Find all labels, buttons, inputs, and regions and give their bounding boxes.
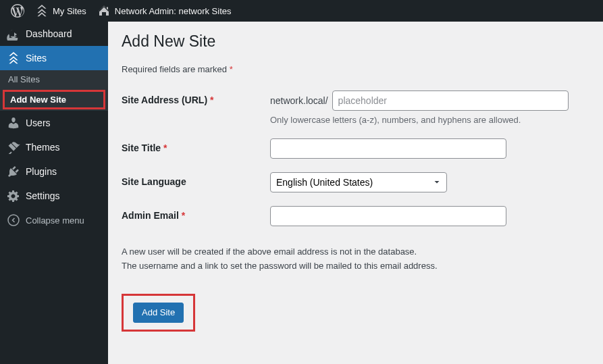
- admin-email-input[interactable]: [270, 206, 506, 226]
- admin-email-label: Admin Email *: [122, 206, 270, 221]
- url-help-text: Only lowercase letters (a-z), numbers, a…: [270, 115, 589, 125]
- collapse-label: Collapse menu: [26, 215, 84, 226]
- collapse-icon: [7, 213, 20, 227]
- site-language-select[interactable]: English (United States): [270, 172, 447, 192]
- wordpress-logo-icon: [11, 4, 24, 18]
- multisite-icon: [7, 51, 20, 65]
- svg-point-0: [8, 215, 19, 226]
- adminbar-my-sites-label: My Sites: [53, 6, 86, 16]
- site-title-label: Site Title *: [122, 138, 270, 153]
- form-table: Site Address (URL) * network.local/ Only…: [122, 90, 589, 226]
- menu-themes[interactable]: Themes: [0, 135, 108, 159]
- site-title-input[interactable]: [270, 138, 506, 159]
- menu-settings[interactable]: Settings: [0, 184, 108, 208]
- menu-sites[interactable]: Sites: [0, 46, 108, 70]
- dashboard-icon: [7, 27, 20, 41]
- menu-settings-label: Settings: [26, 190, 60, 201]
- url-prefix: network.local/: [270, 95, 328, 106]
- appearance-icon: [7, 140, 20, 154]
- menu-plugins[interactable]: Plugins: [0, 159, 108, 184]
- submenu-sites: All Sites Add New Site: [0, 70, 108, 111]
- add-site-button[interactable]: Add Site: [133, 303, 184, 323]
- submenu-all-sites[interactable]: All Sites: [0, 70, 108, 88]
- multisite-icon: [35, 4, 49, 18]
- site-address-label: Site Address (URL) *: [122, 90, 270, 105]
- plugins-icon: [7, 165, 20, 178]
- site-language-label: Site Language: [122, 172, 270, 187]
- menu-users-label: Users: [26, 118, 51, 128]
- adminbar-network-label: Network Admin: network Sites: [115, 6, 232, 16]
- adminbar-network-admin[interactable]: Network Admin: network Sites: [92, 0, 237, 22]
- required-note: Required fields are marked *: [122, 64, 589, 74]
- adminbar: My Sites Network Admin: network Sites: [0, 0, 603, 22]
- users-icon: [7, 116, 20, 130]
- page-title: Add New Site: [122, 32, 589, 51]
- site-address-input[interactable]: [332, 90, 569, 111]
- menu-dashboard-label: Dashboard: [26, 28, 72, 39]
- submit-highlight: Add Site: [122, 294, 195, 332]
- home-icon: [97, 4, 111, 18]
- adminbar-my-sites[interactable]: My Sites: [30, 0, 92, 22]
- admin-sidebar: Dashboard Sites All Sites Add New Site U…: [0, 22, 108, 364]
- settings-icon: [7, 189, 20, 203]
- menu-themes-label: Themes: [26, 142, 60, 153]
- menu-users[interactable]: Users: [0, 111, 108, 135]
- submenu-add-new-site[interactable]: Add New Site: [3, 90, 105, 109]
- collapse-menu[interactable]: Collapse menu: [0, 208, 108, 232]
- menu-sites-label: Sites: [26, 53, 47, 63]
- adminbar-wp-logo[interactable]: [5, 0, 30, 22]
- menu-plugins-label: Plugins: [26, 166, 57, 177]
- description-text: A new user will be created if the above …: [122, 245, 589, 274]
- main-content: Add New Site Required fields are marked …: [108, 22, 603, 364]
- menu-dashboard[interactable]: Dashboard: [0, 22, 108, 46]
